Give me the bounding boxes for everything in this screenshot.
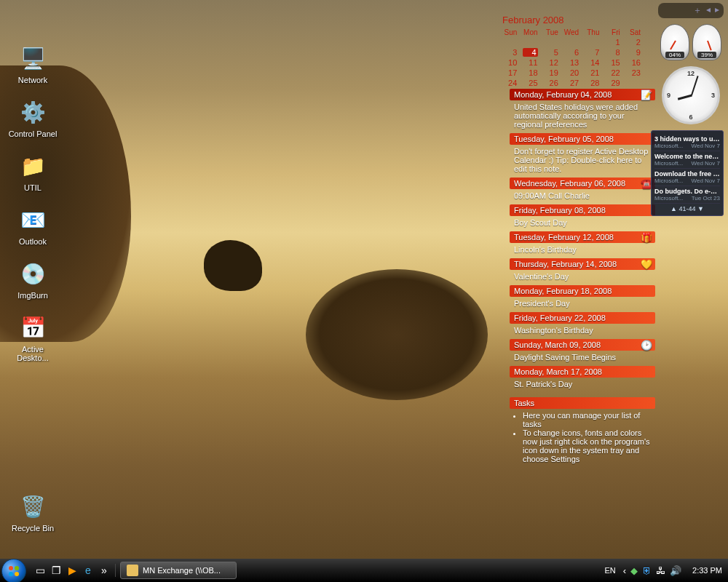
calendar-day[interactable]: 5 [544,48,558,57]
task-item: Here you can manage your list of tasks [523,411,651,428]
calendar-day[interactable]: 24 [502,79,517,87]
calendar-day[interactable]: 20 [564,68,579,77]
calendar-day[interactable]: 21 [585,68,599,77]
agenda-date-header[interactable]: Monday, February 18, 2008 [510,285,655,297]
sidebar-prev-icon[interactable]: ◂ [706,4,711,17]
agenda-event-body[interactable]: Valentine's Day [510,270,655,285]
calendar-header: Wed [564,28,579,36]
desktop-icon-control-panel[interactable]: ⚙️Control Panel [7,97,58,138]
agenda-event-body[interactable]: President's Day [510,297,655,312]
clock-3: 3 [711,92,715,99]
meter-gadget[interactable]: 04% 39% [658,24,724,60]
agenda-date-header[interactable]: Monday, March 17, 2008 [510,366,655,378]
feed-date: Tue Oct 23 [692,195,720,202]
feed-pager[interactable]: ▲ 41-44 ▼ [654,204,720,212]
agenda-date-header[interactable]: Tuesday, February 05, 2008 [510,133,655,145]
control-panel-icon: ⚙️ [18,97,47,127]
calendar-day[interactable]: 3 [502,48,517,57]
agenda-event-body[interactable]: United States holidays were added automa… [510,100,655,133]
clock-12: 12 [687,70,695,77]
switch-windows-icon[interactable]: ❐ [50,564,63,577]
desktop-icon-imgburn[interactable]: 💿ImgBurn [7,259,58,300]
calendar-header: Sat [626,28,641,36]
agenda-date-header[interactable]: Tuesday, February 12, 2008🎁 [510,231,655,243]
agenda-event-body[interactable]: Washington's Birthday [510,324,655,339]
cpu-gauge: 04% [660,24,689,60]
calendar-day[interactable]: 26 [544,79,558,87]
agenda-event-body[interactable]: Boy Scout Day [510,216,655,231]
active-desktop-icon: 📅 [18,313,47,342]
agenda-event-body[interactable]: Lincoln's Birthday [510,243,655,258]
feed-item[interactable]: 3 hidden ways to use...Microsoft...Wed N… [654,134,720,151]
taskbar-clock[interactable]: 2:33 PM [686,566,722,575]
agenda-event-body[interactable]: 09:00AM Call Charlie [510,189,655,204]
calendar-day[interactable]: 25 [523,79,537,87]
desktop-icon-active-desktop[interactable]: 📅Active Deskto... [7,313,58,362]
taskbar-task-button[interactable]: MN Exchange (\\OB... [120,562,237,579]
calendar-day[interactable]: 8 [605,48,620,57]
tray-expand-icon[interactable]: ‹ [623,565,626,576]
calendar-day[interactable]: 23 [626,68,641,77]
calendar-day[interactable]: 27 [564,79,579,87]
calendar-day[interactable]: 7 [585,48,599,57]
feed-date: Wed Nov 7 [692,143,720,149]
calendar-day[interactable]: 15 [605,58,620,67]
recycle-bin-icon[interactable]: 🗑️ Recycle Bin [7,492,58,533]
calendar-header: Fri [605,28,620,36]
calendar-day[interactable]: 19 [544,68,558,77]
tasks-header[interactable]: Tasks [510,397,655,409]
clock-gadget[interactable]: 12 3 6 9 [662,66,720,124]
media-player-icon[interactable]: ▶ [66,564,79,577]
agenda-date-header[interactable]: Thursday, February 14, 2008💛 [510,258,655,270]
agenda-panel[interactable]: Monday, February 04, 2008📝United States … [510,89,655,468]
calendar-day[interactable]: 9 [626,48,641,57]
desktop-icon-util-folder[interactable]: 📁UTIL [7,151,58,192]
agenda-date-header[interactable]: Friday, February 08, 2008 [510,204,655,216]
feed-item[interactable]: Do budgets. Do e-m...Microsoft...Tue Oct… [654,186,720,204]
calendar-day[interactable]: 18 [523,68,537,77]
tray-security-icon[interactable]: ⛨ [642,565,652,576]
language-indicator[interactable]: EN [601,566,618,575]
agenda-date-header[interactable]: Monday, February 04, 2008📝 [510,89,655,100]
feed-title: Do budgets. Do e-m... [654,188,720,195]
desktop-icon-network[interactable]: 🖥️Network [7,44,58,84]
tray-network-icon[interactable]: 🖧 [656,565,665,576]
agenda-event-body[interactable]: Daylight Saving Time Begins [510,351,655,366]
ie-icon[interactable]: e [82,564,95,577]
agenda-date-header[interactable]: Friday, February 22, 2008 [510,312,655,324]
desktop-icon-outlook[interactable]: 📧Outlook [7,205,58,246]
icon-label: Recycle Bin [7,524,58,533]
tray-volume-icon[interactable]: 🔊 [670,565,681,576]
calendar-day[interactable]: 13 [564,58,579,67]
show-desktop-icon[interactable]: ▭ [33,564,47,577]
agenda-event-body[interactable]: St. Patrick's Day [510,378,655,393]
calendar-day[interactable]: 4 [523,48,537,57]
sidebar-next-icon[interactable]: ▸ [715,4,719,17]
agenda-date-header[interactable]: Wednesday, February 06, 2008☎️ [510,178,655,189]
sidebar-add-icon[interactable]: ＋ [693,4,702,17]
feed-item[interactable]: Welcome to the new...Microsoft...Wed Nov… [654,151,720,169]
calendar-day[interactable]: 28 [585,79,599,87]
calendar-day[interactable]: 29 [605,79,620,87]
calendar-day[interactable]: 10 [502,58,517,67]
agenda-event-body[interactable]: Don't forget to register Active Desktop … [510,145,655,178]
calendar-day[interactable]: 1 [605,38,620,47]
calendar-day[interactable]: 22 [605,68,620,77]
calendar-day[interactable]: 16 [626,58,641,67]
quick-launch-more-icon[interactable]: » [98,564,111,577]
calendar-day[interactable]: 17 [502,68,517,77]
calendar-day[interactable]: 2 [626,38,641,47]
feed-gadget[interactable]: 3 hidden ways to use...Microsoft...Wed N… [651,130,724,216]
agenda-date-header[interactable]: Sunday, March 09, 2008🕑 [510,339,655,351]
clock-9: 9 [667,92,670,99]
tasks-body[interactable]: Here you can manage your list of tasksTo… [510,409,655,468]
calendar-gadget[interactable]: February 2008 SunMonTueWedThuFriSat12345… [502,15,641,87]
feed-title: Download the free a... [654,170,720,178]
start-button[interactable] [1,559,26,582]
feed-item[interactable]: Download the free a...Microsoft...Wed No… [654,169,720,186]
calendar-day[interactable]: 6 [564,48,579,57]
tray-app-icon[interactable]: ◆ [630,565,638,576]
calendar-day[interactable]: 14 [585,58,599,67]
calendar-day[interactable]: 12 [544,58,558,67]
calendar-day[interactable]: 11 [523,58,537,67]
